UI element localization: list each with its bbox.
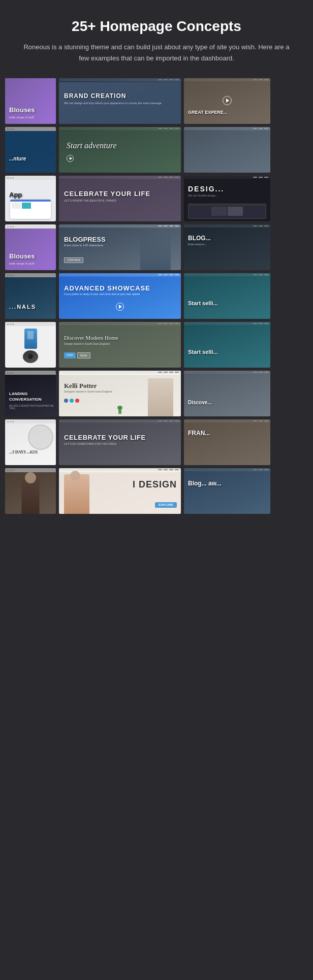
col-start-selling: Start selli... — [184, 273, 270, 319]
tile-blouses[interactable]: Blouses wide range of stuff — [5, 78, 56, 124]
row-1: Blouses wide range of stuff BRAND CREATI… — [0, 78, 313, 124]
header-section: 25+ Homepage Concepts Roneous is a stunn… — [0, 0, 313, 78]
col-modern-home: Discover Modern Home Design based in Sou… — [59, 322, 181, 368]
col-blog2: BLOG... Even more in... — [184, 224, 270, 270]
tile-kelli-sub: Designer based in South East England — [64, 390, 150, 393]
row-6: Discover Modern Home Design based in Sou… — [0, 322, 313, 368]
tile-start-selling[interactable]: Start selli... — [184, 273, 270, 319]
tile-app-label: App — [9, 191, 22, 199]
col-blog3: Blog... aw... — [184, 468, 270, 514]
row-9: I DESIGN EXPLORE Blog... aw... — [0, 468, 313, 514]
tile-design[interactable]: DESIG... We are Double design... — [184, 176, 270, 221]
tile-celebrate2-sub: LET'S DO SOMETHING FOR YOU ONCE — [64, 442, 176, 445]
col-i-design: I DESIGN EXPLORE — [59, 468, 181, 514]
tile-discover2[interactable]: Discove... — [184, 371, 270, 416]
tile-great-exp[interactable]: GREAT EXPERE... — [184, 78, 270, 124]
tile-blogpress-btn[interactable]: CONTINUE — [64, 254, 83, 263]
tile-landing-sub: WE ARE A SENIOR PHOTOGRAPHER WE TAKE... — [9, 405, 54, 411]
tile-blouses2[interactable]: Blouses wide range of stuff — [5, 224, 56, 270]
play-icon — [223, 96, 232, 105]
tile-product[interactable] — [5, 322, 56, 368]
tile-blog3-label: Blog... aw... — [188, 479, 222, 488]
row-7: LANDING CONVERSATION WE ARE A SENIOR PHO… — [0, 371, 313, 416]
tile-blog3[interactable]: Blog... aw... — [184, 468, 270, 514]
col-advanced-showcase: ADVANCED SHOWCASE If you prefer to study… — [59, 273, 181, 319]
btn-explore[interactable]: EXPLORE — [155, 502, 177, 508]
col-person — [5, 468, 56, 514]
tile-adventure-sm[interactable]: ...nture — [5, 127, 56, 173]
tile-blog2[interactable]: BLOG... Even more in... — [184, 224, 270, 270]
tile-celebrate-sub: LET'S HONOR THE BEAUTIFUL THINGS — [64, 199, 176, 202]
tile-celebrate2[interactable]: CELEBRATE YOUR LIFE LET'S DO SOMETHING F… — [59, 419, 181, 465]
tile-design-label: DESIG... — [188, 185, 224, 193]
col-countdown: ...3 DAYS ...6211 — [5, 419, 56, 465]
col-blouses: Blouses wide range of stuff — [5, 78, 56, 124]
tile-start-adventure[interactable]: Start adventure — [59, 127, 181, 173]
row-4: Blouses wide range of stuff BLOGPRESS Ev… — [0, 224, 313, 270]
col-start-adventure: Start adventure — [59, 127, 181, 173]
tile-design-sub: We are Double design... — [188, 194, 218, 197]
tile-modern-home-label: Discover Modern Home — [64, 335, 176, 341]
tile-nals[interactable]: ...NALS — [5, 273, 56, 319]
page-title: 25+ Homepage Concepts — [20, 18, 293, 35]
tile-blouses-sub: wide range of stuff — [9, 116, 34, 119]
col-product — [5, 322, 56, 368]
col-nals: ...NALS — [5, 273, 56, 319]
tile-great-label: GREAT EXPERE... — [188, 110, 227, 115]
tile-brand-sub: We can design and truly reform your appe… — [64, 102, 176, 106]
tile-i-design-label: I DESIGN — [133, 479, 177, 490]
col-great-exp: GREAT EXPERE... — [184, 78, 270, 124]
tile-blogpress-sub: Even more in 140 characters. — [64, 244, 145, 247]
tile-frank[interactable]: FRAN... — [184, 419, 270, 465]
col-celebrate: CELEBRATE YOUR LIFE LET'S HONOR THE BEAU… — [59, 176, 181, 221]
tile-blouses-label: Blouses — [9, 106, 35, 114]
tile-i-design-btn[interactable]: EXPLORE — [155, 499, 177, 508]
tile-start-selling2[interactable]: Start selli... — [184, 322, 270, 368]
page-description: Roneous is a stunning theme and can buil… — [20, 42, 293, 64]
tile-person[interactable] — [5, 468, 56, 514]
btn-view[interactable]: VIEW — [64, 352, 76, 358]
tile-landing-label: LANDING CONVERSATION — [9, 391, 56, 402]
tile-office-people[interactable] — [184, 127, 270, 173]
tile-start-adventure-label: Start adventure — [67, 141, 117, 150]
tile-frank-label: FRAN... — [188, 430, 210, 437]
row-2: ...nture Start adventure — [0, 127, 313, 173]
col-landing: LANDING CONVERSATION WE ARE A SENIOR PHO… — [5, 371, 56, 416]
play-icon-advanced — [116, 303, 124, 311]
tile-celebrate-label: CELEBRATE YOUR LIFE — [64, 190, 176, 198]
tile-blouses2-label: Blouses — [9, 252, 35, 260]
col-celebrate2: CELEBRATE YOUR LIFE LET'S DO SOMETHING F… — [59, 419, 181, 465]
col-design: DESIG... We are Double design... — [184, 176, 270, 221]
tile-blogpress[interactable]: BLOGPRESS Even more in 140 characters. C… — [59, 224, 181, 270]
tile-adventure-sm-label: ...nture — [9, 156, 26, 161]
tile-kelli-label: Kelli Potter — [64, 382, 150, 390]
tile-advanced-sub: If you prefer to study in your own time … — [64, 292, 176, 296]
tile-brand-label: BRAND CREATION — [64, 92, 176, 100]
tile-blog2-label: BLOG... — [188, 235, 211, 242]
col-adventure-sm: ...nture — [5, 127, 56, 173]
tile-modern-home[interactable]: Discover Modern Home Design based in Sou… — [59, 322, 181, 368]
tile-landing[interactable]: LANDING CONVERSATION WE ARE A SENIOR PHO… — [5, 371, 56, 416]
tile-advanced-showcase[interactable]: ADVANCED SHOWCASE If you prefer to study… — [59, 273, 181, 319]
col-kelli-potter: Kelli Potter Designer based in South Eas… — [59, 371, 181, 416]
tile-app[interactable]: App — [5, 176, 56, 221]
tile-countdown[interactable]: ...3 DAYS ...6211 — [5, 419, 56, 465]
tile-brand-creation[interactable]: BRAND CREATION We can design and truly r… — [59, 78, 181, 124]
row-8: ...3 DAYS ...6211 CELEBRATE YOUR LIFE LE… — [0, 419, 313, 465]
tile-modern-home-btns: VIEW READ — [64, 352, 90, 358]
tile-celebrate[interactable]: CELEBRATE YOUR LIFE LET'S HONOR THE BEAU… — [59, 176, 181, 221]
play-icon-adventure — [67, 155, 74, 162]
col-office-people — [184, 127, 270, 173]
btn-read[interactable]: READ — [77, 352, 90, 358]
tile-kelli-potter[interactable]: Kelli Potter Designer based in South Eas… — [59, 371, 181, 416]
col-app: App — [5, 176, 56, 221]
tile-blog2-sub: Even more in... — [188, 243, 207, 246]
tile-nals-label: ...NALS — [9, 304, 36, 310]
row-5: ...NALS ADVANCED SHOWCASE If you prefer … — [0, 273, 313, 319]
tile-start-selling2-label: Start selli... — [188, 349, 218, 355]
tile-i-design[interactable]: I DESIGN EXPLORE — [59, 468, 181, 514]
tile-start-selling-label: Start selli... — [188, 300, 218, 306]
col-frank: FRAN... — [184, 419, 270, 465]
col-discover2: Discove... — [184, 371, 270, 416]
tile-modern-home-sub: Design based in South East England — [64, 342, 176, 345]
